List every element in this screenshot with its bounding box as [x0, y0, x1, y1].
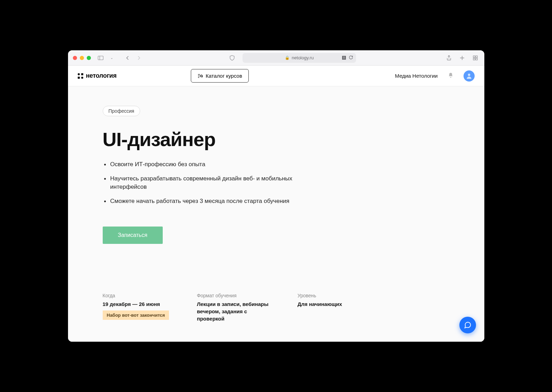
info-when: Когда 19 декабря — 26 июня Набор вот-вот…	[103, 293, 169, 322]
svg-rect-5	[476, 56, 477, 58]
address-bar[interactable]: 🔒 netology.ru 🅰	[243, 53, 356, 63]
back-button[interactable]	[124, 54, 132, 62]
catalog-button-label: Каталог курсов	[206, 73, 242, 79]
svg-rect-6	[473, 58, 475, 60]
svg-rect-7	[476, 58, 477, 60]
svg-rect-0	[98, 56, 103, 60]
hero-section: UI design · UI design · UI design · UI d…	[68, 86, 484, 342]
browser-window: ⌄ 🔒 netology.ru 🅰	[68, 50, 484, 342]
info-label: Уровень	[297, 293, 342, 298]
url-text: netology.ru	[292, 55, 314, 60]
tabs-overview-icon[interactable]	[471, 54, 479, 62]
bullet-item: Освоите ИТ-профессию без опыта	[103, 160, 297, 169]
enroll-button[interactable]: Записаться	[103, 227, 163, 244]
bullet-item: Сможете начать работать через 3 месяца п…	[103, 197, 297, 206]
info-value: 19 декабря — 26 июня	[103, 300, 169, 308]
maximize-window-button[interactable]	[87, 56, 91, 60]
info-value: Лекции в записи, вебинары вечером, задан…	[197, 300, 270, 322]
chevron-down-icon[interactable]: ⌄	[108, 54, 116, 62]
person-icon	[466, 73, 473, 79]
share-icon[interactable]	[445, 54, 453, 62]
avatar[interactable]	[464, 70, 475, 82]
traffic-lights	[73, 56, 91, 60]
list-search-icon	[197, 73, 203, 79]
svg-point-11	[201, 75, 202, 77]
catalog-button[interactable]: Каталог курсов	[191, 69, 249, 83]
info-level: Уровень Для начинающих	[297, 293, 342, 322]
media-link[interactable]: Медиа Нетологии	[395, 73, 438, 79]
lock-icon: 🔒	[285, 56, 290, 60]
enrollment-warning-badge: Набор вот-вот закончится	[103, 310, 169, 320]
logo-text: нетология	[86, 72, 117, 79]
feature-bullets: Освоите ИТ-профессию без опыта Научитесь…	[103, 160, 297, 206]
logo-icon	[78, 73, 83, 79]
close-window-button[interactable]	[73, 56, 77, 60]
chat-icon	[464, 321, 472, 329]
info-label: Формат обучения	[197, 293, 270, 298]
shield-icon[interactable]	[228, 54, 236, 62]
chat-fab[interactable]	[459, 317, 476, 333]
minimize-window-button[interactable]	[80, 56, 84, 60]
info-format: Формат обучения Лекции в записи, вебинар…	[197, 293, 270, 322]
svg-line-12	[202, 76, 203, 77]
page-title: UI-дизайнер	[103, 128, 484, 151]
bell-icon[interactable]	[448, 72, 454, 80]
site-header: нетология Каталог курсов Медиа Нетологии	[68, 66, 484, 86]
sidebar-toggle-icon[interactable]	[96, 54, 105, 62]
svg-text:UI design · UI design · UI des: UI design · UI design · UI design · UI d…	[332, 214, 379, 261]
info-row: Когда 19 декабря — 26 июня Набор вот-вот…	[103, 293, 342, 322]
reader-icon[interactable]: 🅰	[342, 56, 346, 60]
category-badge: Профессия	[103, 106, 140, 116]
info-label: Когда	[103, 293, 169, 298]
circular-text-badge: UI design · UI design · UI design · UI d…	[332, 213, 380, 262]
logo[interactable]: нетология	[78, 72, 117, 79]
new-tab-icon[interactable]	[458, 54, 466, 62]
bullet-item: Научитесь разрабатывать современный диза…	[103, 174, 297, 191]
forward-button[interactable]	[135, 54, 143, 62]
refresh-icon[interactable]	[349, 55, 353, 61]
page-content: нетология Каталог курсов Медиа Нетологии	[68, 66, 484, 342]
browser-toolbar: ⌄ 🔒 netology.ru 🅰	[68, 50, 484, 66]
svg-point-13	[468, 74, 470, 76]
info-value: Для начинающих	[297, 300, 342, 308]
svg-rect-4	[473, 56, 475, 58]
